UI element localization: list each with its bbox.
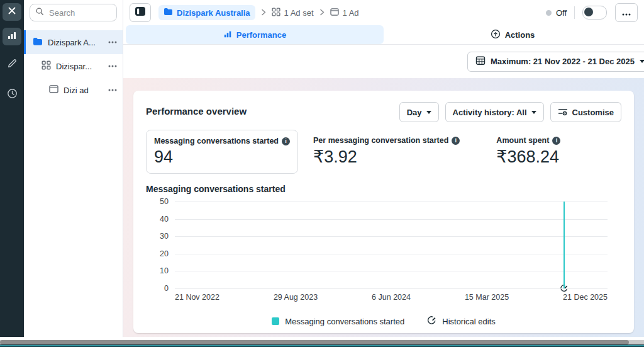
metric-label-row: Amount spent i [496, 136, 560, 145]
x-axis-tick: 6 Jun 2024 [372, 293, 411, 302]
metric-messaging-conversations[interactable]: Messaging conversations started i 94 [146, 130, 298, 174]
view-tabs: Performance Actions [123, 25, 644, 44]
close-button[interactable] [3, 3, 21, 21]
ads-manager-screen: Dizispark A... Dizispar... Dizi ad [0, 0, 644, 347]
x-axis-tick: 21 Dec 2025 [563, 293, 608, 302]
search-icon [35, 7, 44, 18]
legend-swatch [272, 317, 279, 325]
chart-gridline [175, 271, 608, 271]
edit-nav-button[interactable] [3, 55, 21, 73]
close-icon [8, 6, 16, 18]
chart-data-spike[interactable] [564, 202, 565, 288]
legend-label: Messaging conversations started [285, 317, 404, 326]
filter-bar: Maximum: 21 Nov 2022 - 21 Dec 2025 [123, 45, 644, 78]
x-axis-tick: 29 Aug 2023 [274, 293, 318, 302]
divider [574, 6, 575, 19]
tab-performance[interactable]: Performance [126, 25, 384, 44]
y-axis-tick: 20 [146, 249, 169, 258]
y-axis-tick: 0 [146, 284, 169, 293]
interval-label: Day [407, 108, 422, 117]
chart-title: Messaging conversations started [146, 184, 621, 194]
info-icon[interactable]: i [552, 137, 560, 145]
metric-label: Per messaging conversation started [313, 136, 448, 145]
y-axis-tick: 10 [146, 266, 169, 275]
horizontal-scrollbar[interactable] [0, 340, 644, 344]
entity-tree: Dizispark A... Dizispar... Dizi ad [24, 30, 123, 102]
scrollbar-thumb[interactable] [0, 340, 629, 344]
metric-label-row: Messaging conversations started i [154, 137, 290, 145]
legend-label: Historical edits [442, 317, 496, 326]
chart-gridline [175, 288, 608, 289]
card-title: Performance overview [146, 102, 247, 117]
interval-dropdown[interactable]: Day [399, 102, 439, 122]
x-axis-tick: 15 Mar 2025 [465, 293, 509, 302]
legend-item-conversations[interactable]: Messaging conversations started [272, 317, 404, 326]
breadcrumb-adset[interactable]: 1 Ad set [272, 8, 314, 18]
tree-item-label: Dizi ad [64, 86, 89, 95]
bottom-accent-bar [0, 344, 644, 347]
metrics-row: Messaging conversations started i 94 Per… [146, 130, 621, 174]
y-axis-tick: 30 [146, 232, 169, 241]
ad-icon [49, 85, 58, 95]
history-nav-button[interactable] [3, 86, 21, 103]
customise-button[interactable]: Customise [550, 102, 621, 122]
folder-icon [33, 37, 43, 48]
chart-gridline [175, 254, 608, 254]
tab-label: Performance [236, 30, 286, 40]
y-axis-tick: 50 [146, 197, 169, 206]
breadcrumb: Dizispark Australia 1 Ad set [158, 5, 359, 20]
search-box[interactable] [30, 4, 117, 21]
insights-nav-button[interactable] [3, 28, 21, 45]
activity-history-dropdown[interactable]: Activity history: All [445, 102, 544, 122]
performance-overview-card: Performance overview Day Activity histor… [133, 91, 634, 333]
info-icon[interactable]: i [282, 137, 290, 145]
pencil-icon [7, 58, 18, 71]
search-input[interactable] [48, 8, 111, 18]
collapse-sidebar-button[interactable] [130, 3, 151, 22]
toggle-knob [584, 8, 593, 16]
tab-actions[interactable]: Actions [384, 25, 641, 44]
ad-status-toggle[interactable] [582, 6, 607, 20]
chart-gridline [175, 236, 608, 237]
bar-chart-icon [223, 30, 232, 40]
more-menu-button[interactable] [615, 3, 638, 22]
tree-item-label: Dizispar... [56, 62, 92, 71]
chevron-down-icon [531, 111, 536, 114]
content-area: Performance overview Day Activity histor… [123, 78, 644, 337]
more-options-button[interactable] [108, 41, 117, 43]
metric-value: ₹368.24 [496, 147, 560, 167]
arrow-up-circle-icon [491, 29, 501, 41]
tree-item-adset[interactable]: Dizispar... [24, 54, 123, 78]
panel-toggle-icon [135, 6, 146, 19]
tree-item-campaign[interactable]: Dizispark A... [24, 30, 123, 54]
tree-item-label: Dizispark A... [48, 38, 96, 47]
more-options-button[interactable] [108, 89, 117, 91]
ad-set-icon [42, 60, 51, 72]
metric-amount-spent[interactable]: Amount spent i ₹368.24 [489, 130, 568, 173]
metric-label: Amount spent [496, 136, 549, 145]
metric-per-conversation[interactable]: Per messaging conversation started i ₹3.… [306, 130, 467, 173]
ad-icon [330, 8, 339, 18]
breadcrumb-label: Dizispark Australia [177, 8, 250, 18]
breadcrumb-ad[interactable]: 1 Ad [330, 8, 359, 18]
ad-set-icon [272, 8, 280, 18]
metric-value: ₹3.92 [313, 147, 460, 167]
chart-plot[interactable]: 50403020100 [175, 202, 608, 288]
chart-legend: Messaging conversations started Historic… [146, 316, 621, 327]
breadcrumb-campaign[interactable]: Dizispark Australia [158, 5, 255, 20]
chart-gridline [175, 219, 608, 220]
legend-item-historical-edits[interactable]: Historical edits [427, 316, 496, 327]
calendar-icon [475, 55, 486, 67]
chart-gridline [175, 202, 608, 202]
folder-icon [164, 8, 173, 18]
info-icon[interactable]: i [452, 137, 460, 145]
main-panel: Dizispark Australia 1 Ad set [123, 0, 644, 337]
tree-item-ad[interactable]: Dizi ad [24, 78, 123, 102]
top-bar-right: Off [546, 3, 638, 22]
bar-chart-icon [7, 30, 17, 43]
ellipsis-icon [622, 7, 631, 18]
breadcrumb-label: 1 Ad set [284, 8, 314, 18]
clock-icon [7, 88, 18, 101]
more-options-button[interactable] [108, 65, 117, 67]
date-range-selector[interactable]: Maximum: 21 Nov 2022 - 21 Dec 2025 [467, 52, 644, 72]
